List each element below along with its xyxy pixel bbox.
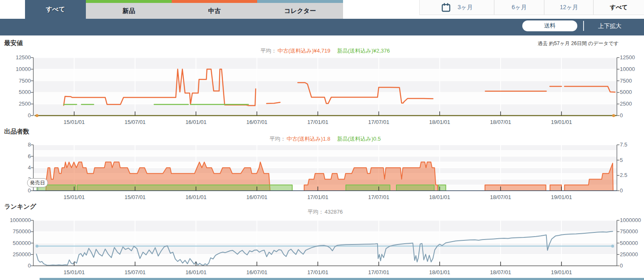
release-date-badge: 発売日 <box>27 178 48 187</box>
charts-canvas <box>0 0 644 280</box>
price-tracker-page: すべて 新品 中古 コレクター 3ヶ月 6ヶ月 12ヶ月 すべて <box>0 0 644 280</box>
